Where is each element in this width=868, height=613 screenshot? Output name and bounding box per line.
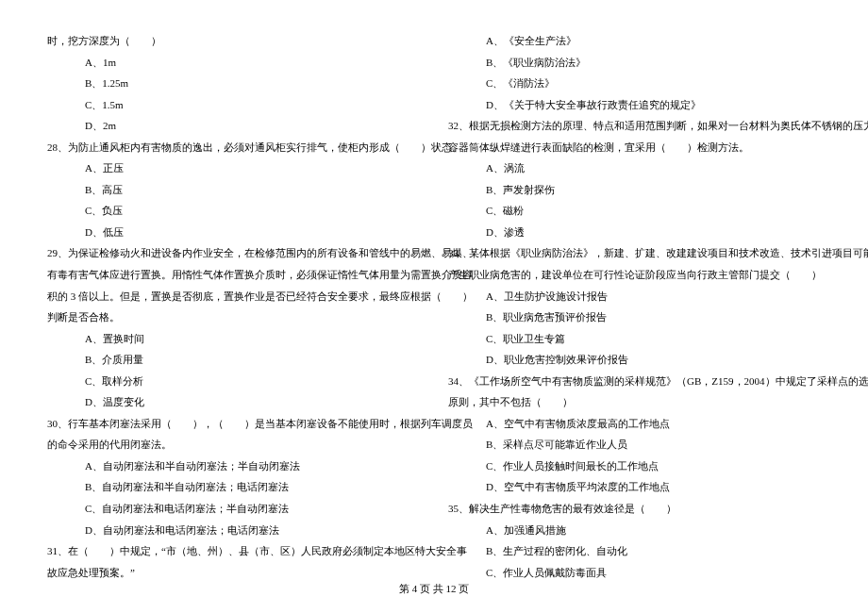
question-30: 30、行车基本闭塞法采用（ ），（ ）是当基本闭塞设备不能使用时，根据列车调度员 (47, 413, 420, 435)
option-d: D、《关于特大安全事故行政责任追究的规定》 (448, 94, 821, 116)
question-28: 28、为防止通风柜内有害物质的逸出，必须对通风柜实行排气，使柜内形成（ ）状态。 (47, 137, 420, 158)
option-b: B、职业病危害预评价报告 (448, 306, 821, 328)
option-d: D、低压 (47, 222, 420, 243)
option-c: C、取样分析 (47, 371, 420, 392)
question-33: 33、某体根据《职业病防治法》，新建、扩建、改建建设项目和技术改造、技术引进项目… (448, 242, 821, 264)
option-b: B、高压 (47, 179, 420, 201)
option-b: B、声发射探伤 (448, 179, 821, 201)
option-d: D、职业危害控制效果评价报告 (448, 349, 821, 371)
page-footer: 第 4 页 共 12 页 (0, 578, 868, 600)
question-line: 判断是否合格。 (47, 306, 420, 328)
option-a: A、涡流 (448, 157, 821, 179)
option-d: D、自动闭塞法和电话闭塞法；电话闭塞法 (47, 520, 420, 541)
question-34: 34、《工作场所空气中有害物质监测的采样规范》（GB，Z159，2004）中规定… (448, 371, 821, 392)
question-29: 29、为保证检修动火和进设备内作业安全，在检修范围内的所有设备和管线中的易燃、易… (47, 242, 420, 264)
option-c: C、负压 (47, 200, 420, 222)
question-31: 31、在（ ）中规定，“市（地、州）、县（市、区）人民政府必须制定本地区特大安全… (47, 540, 420, 562)
question-line: 时，挖方深度为（ ） (47, 30, 420, 52)
option-c: C、作业人员接触时间最长的工作地点 (448, 456, 821, 477)
document-page: 时，挖方深度为（ ） A、1m B、1.25m C、1.5m D、2m 28、为… (0, 0, 868, 611)
option-a: A、加强通风措施 (448, 520, 821, 541)
question-line: 容器筒体纵焊缝进行表面缺陷的检测，宜采用（ ）检测方法。 (448, 137, 821, 158)
option-c: C、1.5m (47, 94, 420, 116)
option-d: D、渗透 (448, 222, 821, 243)
question-35: 35、解决生产性毒物危害的最有效途径是（ ） (448, 498, 821, 520)
option-b: B、采样点尽可能靠近作业人员 (448, 434, 821, 456)
question-line: 有毒有害气体应进行置换。用惰性气体作置换介质时，必须保证惰性气体用量为需置换介质… (47, 264, 420, 286)
option-c: C、《消防法》 (448, 73, 821, 94)
option-b: B、介质用量 (47, 349, 420, 371)
question-line: 产生职业病危害的，建设单位在可行性论证阶段应当向行政主管部门提交（ ） (448, 264, 821, 286)
right-column: A、《安全生产法》 B、《职业病防治法》 C、《消防法》 D、《关于特大安全事故… (448, 30, 821, 583)
question-32: 32、根据无损检测方法的原理、特点和适用范围判断，如果对一台材料为奥氏体不锈钢的… (448, 115, 821, 137)
option-b: B、《职业病防治法》 (448, 52, 821, 74)
option-b: B、自动闭塞法和半自动闭塞法；电话闭塞法 (47, 476, 420, 498)
option-a: A、1m (47, 52, 420, 74)
option-b: B、1.25m (47, 73, 420, 94)
question-line: 的命令采用的代用闭塞法。 (47, 434, 420, 456)
option-d: D、2m (47, 115, 420, 137)
option-b: B、生产过程的密闭化、自动化 (448, 540, 821, 562)
option-a: A、《安全生产法》 (448, 30, 821, 52)
option-a: A、空气中有害物质浓度最高的工作地点 (448, 413, 821, 435)
question-line: 原则，其中不包括（ ） (448, 391, 821, 413)
option-d: D、温度变化 (47, 391, 420, 413)
option-c: C、职业卫生专篇 (448, 328, 821, 350)
question-line: 积的 3 倍以上。但是，置换是否彻底，置换作业是否已经符合安全要求，最终应根据（… (47, 286, 420, 307)
option-c: C、自动闭塞法和电话闭塞法；半自动闭塞法 (47, 498, 420, 520)
option-a: A、自动闭塞法和半自动闭塞法；半自动闭塞法 (47, 456, 420, 477)
option-d: D、空气中有害物质平均浓度的工作地点 (448, 476, 821, 498)
left-column: 时，挖方深度为（ ） A、1m B、1.25m C、1.5m D、2m 28、为… (47, 30, 420, 583)
option-a: A、正压 (47, 157, 420, 179)
option-a: A、置换时间 (47, 328, 420, 350)
option-c: C、磁粉 (448, 200, 821, 222)
option-a: A、卫生防护设施设计报告 (448, 286, 821, 307)
